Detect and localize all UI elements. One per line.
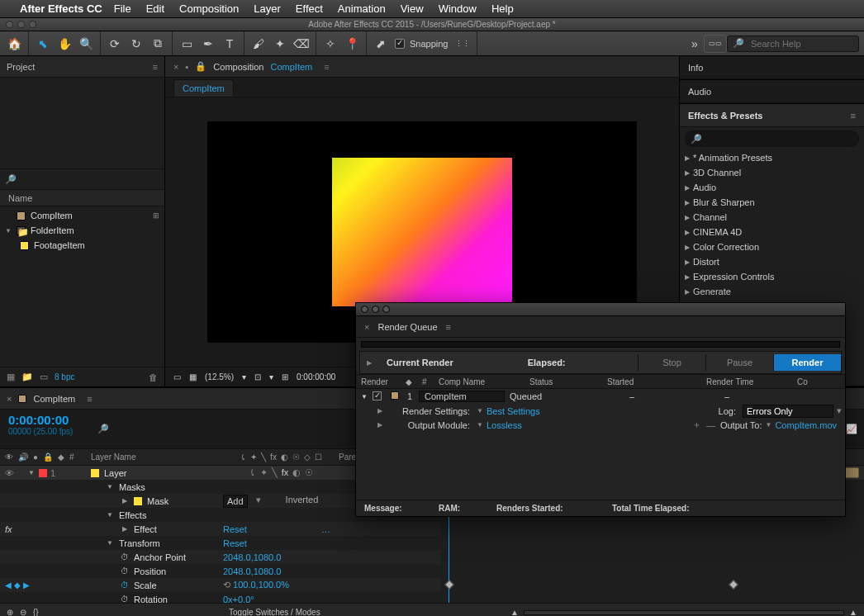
panel-menu-icon[interactable]: ≡ xyxy=(324,62,329,72)
remove-output-icon[interactable]: — xyxy=(701,420,720,430)
property-value[interactable]: 2048.0,1080.0 xyxy=(223,552,339,562)
render-settings-value[interactable]: Best Settings xyxy=(487,406,540,416)
panel-menu-icon[interactable]: ≡ xyxy=(446,322,451,332)
tl-footer-icon[interactable]: {} xyxy=(33,608,39,616)
rotate-tool-icon[interactable]: ↻ xyxy=(127,35,145,53)
roto-tool-icon[interactable]: ✧ xyxy=(321,35,339,53)
panel-menu-icon[interactable]: ≡ xyxy=(153,62,158,72)
toggle-switches-modes[interactable]: Toggle Switches / Modes xyxy=(39,608,510,616)
overflow-icon[interactable]: » xyxy=(686,35,704,53)
log-value[interactable]: Errors Only xyxy=(743,405,833,418)
resolution-dropdown-icon[interactable]: ▾ xyxy=(269,372,273,381)
close-tab-icon[interactable]: × xyxy=(364,322,369,332)
render-queue-titlebar[interactable] xyxy=(356,303,845,316)
fx-category[interactable]: ▶Color Correction xyxy=(680,239,864,254)
fx-category[interactable]: ▶CINEMA 4D xyxy=(680,225,864,239)
pause-button[interactable]: Pause xyxy=(705,354,773,371)
project-name-col[interactable]: Name xyxy=(8,193,32,203)
comp-tab[interactable]: CompItem xyxy=(173,79,234,97)
current-timecode[interactable]: 0:00:00:00 xyxy=(8,413,83,427)
effects-presets-label[interactable]: Effects & Presets xyxy=(688,111,763,121)
comp-name-link[interactable]: CompItem xyxy=(270,62,312,72)
trash-icon[interactable]: 🗑 xyxy=(149,372,158,382)
project-item-folder[interactable]: ▼📁 FolderItem xyxy=(0,223,164,238)
rectangle-tool-icon[interactable]: ▭ xyxy=(178,35,196,53)
disclosure-icon[interactable]: ▶ xyxy=(360,359,378,367)
new-comp-icon[interactable]: ▭ xyxy=(40,372,48,382)
interpret-icon[interactable]: ▦ xyxy=(7,372,15,382)
puppet-tool-icon[interactable]: 📍 xyxy=(343,35,361,53)
render-item-comp[interactable]: CompItem xyxy=(419,391,505,402)
fx-category[interactable]: ▶Expression Controls xyxy=(680,269,864,284)
transparency-grid-icon[interactable]: ▦ xyxy=(189,372,197,381)
orbit-tool-icon[interactable]: ⟳ xyxy=(106,35,124,53)
zoom-level[interactable]: (12.5%) xyxy=(205,372,234,381)
effects-search[interactable]: 🔎 xyxy=(685,130,859,147)
add-output-icon[interactable]: ＋ xyxy=(692,419,701,431)
zoom-out-icon[interactable]: ▲ xyxy=(510,608,519,616)
info-panel-label[interactable]: Info xyxy=(688,63,703,73)
region-icon[interactable]: ⊞ xyxy=(282,372,288,381)
fx-category[interactable]: ▶Audio xyxy=(680,180,864,195)
traffic-lights[interactable] xyxy=(6,21,36,28)
constrain-icon[interactable]: ⟲ xyxy=(223,580,230,590)
always-preview-icon[interactable]: ▭ xyxy=(173,372,181,381)
output-to-value[interactable]: CompItem.mov xyxy=(775,420,837,430)
menu-help[interactable]: Help xyxy=(491,2,514,15)
tl-footer-icon[interactable]: ⊕ xyxy=(7,608,13,616)
bpc-toggle[interactable]: 8 bpc xyxy=(55,372,74,381)
stopwatch-icon[interactable]: ⏱ xyxy=(121,595,129,603)
output-module-value[interactable]: Lossless xyxy=(487,420,522,430)
effect-reset-link[interactable]: Reset xyxy=(223,524,247,534)
menu-effect[interactable]: Effect xyxy=(296,2,323,15)
local-axis-icon[interactable]: ⬈ xyxy=(372,35,390,53)
panel-menu-icon[interactable]: ≡ xyxy=(851,111,856,121)
fx-category[interactable]: ▶3D Channel xyxy=(680,165,864,180)
timeline-tab[interactable]: CompItem xyxy=(33,394,75,404)
menu-animation[interactable]: Animation xyxy=(338,2,386,15)
stopwatch-icon[interactable]: ⏱ xyxy=(121,552,129,562)
mask-mode-dropdown[interactable]: Add xyxy=(223,495,248,508)
selection-tool-icon[interactable]: ⬉ xyxy=(34,35,52,53)
current-time[interactable]: 0:00:00:00 xyxy=(297,372,335,381)
stop-button[interactable]: Stop xyxy=(638,354,705,371)
timeline-zoom-slider[interactable] xyxy=(524,610,844,615)
fx-category[interactable]: ▶* Animation Presets xyxy=(680,150,864,165)
eraser-tool-icon[interactable]: ⌫ xyxy=(292,35,311,53)
close-tab-icon[interactable]: × xyxy=(7,394,12,404)
close-tab-icon[interactable]: × xyxy=(173,62,178,72)
panel-menu-icon[interactable]: ≡ xyxy=(87,394,92,404)
home-icon[interactable]: 🏠 xyxy=(5,35,23,53)
fx-category[interactable]: ▶Blur & Sharpen xyxy=(680,195,864,210)
search-help-field[interactable]: 🔎 xyxy=(727,36,859,52)
traffic-lights[interactable] xyxy=(361,305,393,315)
menu-view[interactable]: View xyxy=(401,2,424,15)
transform-reset-link[interactable]: Reset xyxy=(223,538,247,548)
hand-tool-icon[interactable]: ✋ xyxy=(55,35,74,53)
fx-category[interactable]: ▶Generate xyxy=(680,284,864,299)
keyframe-nav[interactable]: ◀ ◆ ▶ xyxy=(5,580,30,590)
app-menu[interactable]: After Effects CC xyxy=(20,2,102,15)
audio-panel-label[interactable]: Audio xyxy=(688,87,711,97)
render-button[interactable]: Render xyxy=(773,354,841,371)
search-help-input[interactable] xyxy=(751,39,853,49)
property-value[interactable]: 100.0,100.0% xyxy=(233,580,289,590)
menu-edit[interactable]: Edit xyxy=(146,2,164,15)
effects-category-list[interactable]: ▶* Animation Presets ▶3D Channel ▶Audio … xyxy=(680,150,864,314)
project-search-input[interactable] xyxy=(17,174,159,184)
project-item-footage[interactable]: FootageItem xyxy=(0,238,164,253)
resolution-icon[interactable]: ⊡ xyxy=(254,372,261,381)
pan-behind-tool-icon[interactable]: ⧉ xyxy=(149,35,167,53)
pen-tool-icon[interactable]: ✒ xyxy=(199,35,217,53)
zoom-tool-icon[interactable]: 🔍 xyxy=(77,35,95,53)
render-item-row[interactable]: ▼ ✓ 1 CompItem Queued – – xyxy=(356,389,845,404)
property-value[interactable]: 0x+0.0° xyxy=(223,595,339,604)
menu-composition[interactable]: Composition xyxy=(179,2,239,15)
fx-category[interactable]: ▶Channel xyxy=(680,210,864,225)
keyframe-icon[interactable] xyxy=(729,580,738,589)
snapping-checkbox[interactable] xyxy=(395,39,405,49)
workspace-icon[interactable]: ▭▭ xyxy=(704,35,727,53)
flowchart-icon[interactable]: ⊞ xyxy=(153,211,159,220)
new-folder-icon[interactable]: 📁 xyxy=(21,372,33,382)
lock-icon[interactable]: 🔒 xyxy=(195,61,207,72)
